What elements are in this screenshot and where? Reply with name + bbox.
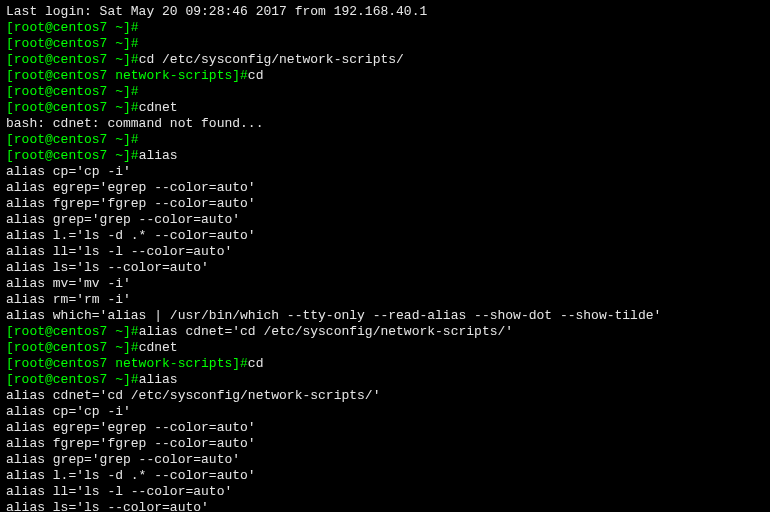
- terminal-line: alias cdnet='cd /etc/sysconfig/network-s…: [6, 388, 764, 404]
- shell-output: alias l.='ls -d .* --color=auto': [6, 228, 256, 243]
- shell-output: alias ls='ls --color=auto': [6, 500, 209, 512]
- terminal-line: alias l.='ls -d .* --color=auto': [6, 228, 764, 244]
- terminal-line: alias which='alias | /usr/bin/which --tt…: [6, 308, 764, 324]
- shell-prompt: [root@centos7 ~]#: [6, 84, 139, 99]
- terminal-window[interactable]: Last login: Sat May 20 09:28:46 2017 fro…: [0, 0, 770, 512]
- shell-output: cdnet: [139, 340, 178, 355]
- terminal-line: alias ll='ls -l --color=auto': [6, 244, 764, 260]
- terminal-line: [root@centos7 ~]#: [6, 36, 764, 52]
- shell-output: alias ll='ls -l --color=auto': [6, 484, 232, 499]
- shell-output: alias which='alias | /usr/bin/which --tt…: [6, 308, 661, 323]
- shell-prompt: [root@centos7 ~]#: [6, 324, 139, 339]
- terminal-line: [root@centos7 ~]#: [6, 20, 764, 36]
- shell-output: cd: [248, 68, 264, 83]
- terminal-line: alias fgrep='fgrep --color=auto': [6, 436, 764, 452]
- terminal-line: [root@centos7 ~]#: [6, 132, 764, 148]
- terminal-line: [root@centos7 ~]#cdnet: [6, 340, 764, 356]
- terminal-line: [root@centos7 network-scripts]#cd: [6, 356, 764, 372]
- shell-output: bash: cdnet: command not found...: [6, 116, 263, 131]
- terminal-line: alias fgrep='fgrep --color=auto': [6, 196, 764, 212]
- terminal-line: [root@centos7 ~]#alias: [6, 372, 764, 388]
- shell-output: alias rm='rm -i': [6, 292, 131, 307]
- shell-output: cdnet: [139, 100, 178, 115]
- terminal-line: alias ls='ls --color=auto': [6, 260, 764, 276]
- shell-output: Last login: Sat May 20 09:28:46 2017 fro…: [6, 4, 427, 19]
- shell-output: alias cp='cp -i': [6, 404, 131, 419]
- terminal-line: alias egrep='egrep --color=auto': [6, 180, 764, 196]
- terminal-line: alias ls='ls --color=auto': [6, 500, 764, 512]
- shell-prompt: [root@centos7 ~]#: [6, 340, 139, 355]
- terminal-line: [root@centos7 network-scripts]#cd: [6, 68, 764, 84]
- shell-output: alias cdnet='cd /etc/sysconfig/network-s…: [6, 388, 380, 403]
- shell-prompt: [root@centos7 network-scripts]#: [6, 68, 248, 83]
- terminal-line: alias mv='mv -i': [6, 276, 764, 292]
- shell-output: alias egrep='egrep --color=auto': [6, 420, 256, 435]
- terminal-line: alias l.='ls -d .* --color=auto': [6, 468, 764, 484]
- shell-prompt: [root@centos7 ~]#: [6, 20, 139, 35]
- terminal-line: [root@centos7 ~]#cdnet: [6, 100, 764, 116]
- terminal-line: alias egrep='egrep --color=auto': [6, 420, 764, 436]
- shell-prompt: [root@centos7 ~]#: [6, 148, 139, 163]
- shell-output: alias cdnet='cd /etc/sysconfig/network-s…: [139, 324, 513, 339]
- terminal-line: alias cp='cp -i': [6, 404, 764, 420]
- shell-output: alias grep='grep --color=auto': [6, 452, 240, 467]
- terminal-line: Last login: Sat May 20 09:28:46 2017 fro…: [6, 4, 764, 20]
- shell-output: alias cp='cp -i': [6, 164, 131, 179]
- terminal-line: bash: cdnet: command not found...: [6, 116, 764, 132]
- shell-output: alias ll='ls -l --color=auto': [6, 244, 232, 259]
- shell-output: cd: [248, 356, 264, 371]
- shell-output: alias fgrep='fgrep --color=auto': [6, 196, 256, 211]
- shell-output: alias ls='ls --color=auto': [6, 260, 209, 275]
- shell-output: alias: [139, 372, 178, 387]
- terminal-line: [root@centos7 ~]#alias cdnet='cd /etc/sy…: [6, 324, 764, 340]
- terminal-line: [root@centos7 ~]#: [6, 84, 764, 100]
- shell-prompt: [root@centos7 ~]#: [6, 132, 139, 147]
- shell-prompt: [root@centos7 ~]#: [6, 372, 139, 387]
- terminal-line: alias ll='ls -l --color=auto': [6, 484, 764, 500]
- shell-output: alias fgrep='fgrep --color=auto': [6, 436, 256, 451]
- shell-output: alias l.='ls -d .* --color=auto': [6, 468, 256, 483]
- shell-output: alias mv='mv -i': [6, 276, 131, 291]
- terminal-line: alias rm='rm -i': [6, 292, 764, 308]
- shell-output: alias grep='grep --color=auto': [6, 212, 240, 227]
- shell-prompt: [root@centos7 ~]#: [6, 100, 139, 115]
- terminal-line: [root@centos7 ~]#alias: [6, 148, 764, 164]
- shell-output: alias egrep='egrep --color=auto': [6, 180, 256, 195]
- shell-prompt: [root@centos7 ~]#: [6, 36, 139, 51]
- terminal-line: [root@centos7 ~]#cd /etc/sysconfig/netwo…: [6, 52, 764, 68]
- terminal-line: alias cp='cp -i': [6, 164, 764, 180]
- shell-prompt: [root@centos7 ~]#: [6, 52, 139, 67]
- terminal-line: alias grep='grep --color=auto': [6, 212, 764, 228]
- shell-output: cd /etc/sysconfig/network-scripts/: [139, 52, 404, 67]
- terminal-line: alias grep='grep --color=auto': [6, 452, 764, 468]
- shell-prompt: [root@centos7 network-scripts]#: [6, 356, 248, 371]
- shell-output: alias: [139, 148, 178, 163]
